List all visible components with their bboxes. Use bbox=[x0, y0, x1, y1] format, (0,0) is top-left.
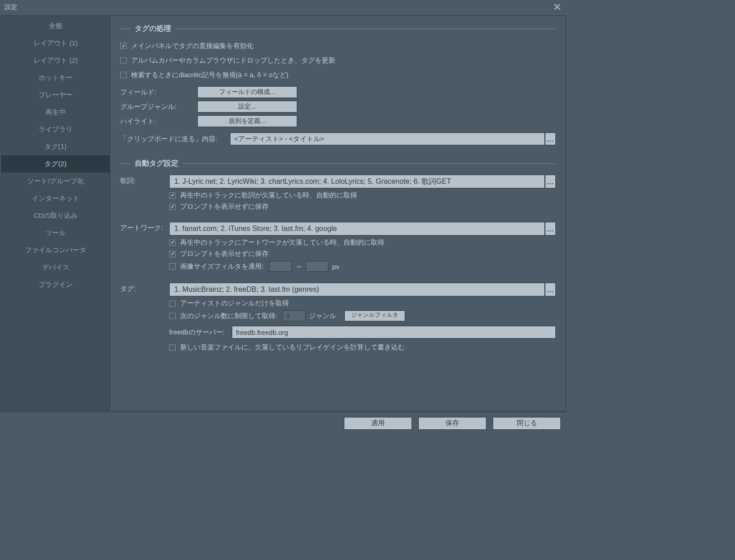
checkbox-limit-genre-count[interactable] bbox=[169, 313, 176, 319]
checkbox-ignore-diacritic[interactable] bbox=[120, 72, 127, 78]
sidebar-item-player[interactable]: プレーヤー bbox=[1, 86, 110, 103]
sidebar-item-tag-1[interactable]: タグ(1) bbox=[1, 138, 110, 155]
label-tag: タグ: bbox=[120, 283, 169, 352]
label-update-on-drop: アルバムカバーやカラムブラウザにドロップしたとき、タグを更新 bbox=[131, 56, 335, 65]
sidebar-item-device[interactable]: デバイス bbox=[1, 259, 110, 276]
tag-more-button[interactable]: ... bbox=[545, 283, 556, 296]
group-genre-button[interactable]: 設定... bbox=[197, 101, 297, 113]
label-artwork-auto: 再生中のトラックにアートワークが欠落している時、自動的に取得 bbox=[180, 238, 384, 247]
field-config-button[interactable]: フィールドの構成... bbox=[197, 86, 297, 98]
label-ignore-diacritic: 検索するときにdiacritic記号を無視(à = a, ô = oなど) bbox=[131, 71, 289, 79]
label-highlight: ハイライト: bbox=[120, 117, 197, 126]
label-field: フィールド: bbox=[120, 88, 197, 97]
label-lyrics-auto: 再生中のトラックに歌詞が欠落している時、自動的に取得 bbox=[180, 191, 357, 200]
sidebar-item-sort-group[interactable]: ソート/グループ化 bbox=[1, 172, 110, 190]
save-button[interactable]: 保存 bbox=[418, 417, 486, 430]
sidebar-item-plugin[interactable]: プラグイン bbox=[1, 276, 110, 293]
sidebar-item-general[interactable]: 全般 bbox=[1, 17, 110, 34]
label-clipboard: 「クリップボードに送る」内容: bbox=[120, 135, 230, 143]
titlebar: 設定 ✕ bbox=[0, 0, 567, 15]
sidebar-item-nowplaying[interactable]: 再生中 bbox=[1, 103, 110, 121]
checkbox-enable-direct-edit[interactable] bbox=[120, 43, 127, 49]
sidebar: 全般 レイアウト (1) レイアウト (2) ホットキー プレーヤー 再生中 ラ… bbox=[1, 16, 110, 411]
label-replaygain: 新しい音楽ファイルに、欠落しているリプレイゲインを計算して書き込む bbox=[180, 343, 405, 352]
sidebar-item-cd-rip[interactable]: CDの取り込み bbox=[1, 207, 110, 224]
label-lyrics-save-noprompt: プロンプトを表示せずに保存 bbox=[180, 202, 269, 211]
checkbox-lyrics-auto[interactable] bbox=[169, 192, 176, 199]
sidebar-item-tools[interactable]: ツール bbox=[1, 224, 110, 241]
section-tag-handling: タグの処理 bbox=[120, 24, 556, 34]
checkbox-artwork-auto[interactable] bbox=[169, 240, 176, 246]
sidebar-item-layout-2[interactable]: レイアウト (2) bbox=[1, 52, 110, 69]
genre-limit-input[interactable] bbox=[283, 310, 305, 321]
lyrics-providers-input[interactable] bbox=[169, 175, 545, 188]
sidebar-item-library[interactable]: ライブラリ bbox=[1, 121, 110, 138]
label-artwork-save-noprompt: プロンプトを表示せずに保存 bbox=[180, 250, 269, 258]
image-size-min-input[interactable] bbox=[269, 261, 292, 272]
sidebar-item-internet[interactable]: インターネット bbox=[1, 190, 110, 207]
artwork-more-button[interactable]: ... bbox=[545, 222, 556, 236]
clipboard-input[interactable] bbox=[230, 133, 545, 145]
window-title: 設定 bbox=[5, 3, 17, 11]
sidebar-item-hotkey[interactable]: ホットキー bbox=[1, 69, 110, 86]
label-px: px bbox=[332, 263, 339, 270]
lyrics-more-button[interactable]: ... bbox=[545, 175, 556, 188]
checkbox-lyrics-save-noprompt[interactable] bbox=[169, 204, 176, 210]
checkbox-update-on-drop[interactable] bbox=[120, 57, 127, 64]
label-group-genre: グループジャンル: bbox=[120, 103, 197, 111]
clipboard-more-button[interactable]: ... bbox=[545, 133, 556, 145]
close-button[interactable]: 閉じる bbox=[493, 417, 561, 430]
section-auto-tag: 自動タグ設定 bbox=[120, 159, 556, 168]
sidebar-item-layout-1[interactable]: レイアウト (1) bbox=[1, 34, 110, 52]
image-size-max-input[interactable] bbox=[306, 261, 328, 272]
apply-button[interactable]: 適用 bbox=[344, 417, 412, 430]
label-tilde: ～ bbox=[295, 262, 302, 271]
checkbox-artwork-save-noprompt[interactable] bbox=[169, 251, 176, 257]
tag-providers-input[interactable] bbox=[169, 283, 545, 296]
checkbox-replaygain[interactable] bbox=[169, 344, 176, 351]
label-artist-genre-only: アーティストのジャンルだけを取得 bbox=[180, 299, 289, 308]
label-lyrics: 歌詞: bbox=[120, 175, 169, 211]
label-image-size-filter: 画像サイズフィルタを適用: bbox=[180, 262, 264, 271]
label-enable-direct-edit: メインパネルでタグの直接編集を有効化 bbox=[131, 42, 254, 50]
label-artwork: アートワーク: bbox=[120, 222, 169, 272]
footer: 適用 保存 閉じる bbox=[0, 412, 567, 434]
sidebar-item-file-converter[interactable]: ファイルコンバータ bbox=[1, 241, 110, 259]
freedb-server-input[interactable] bbox=[232, 326, 556, 339]
close-icon[interactable]: ✕ bbox=[552, 2, 563, 13]
genre-filter-button[interactable]: ジャンルフィルタ bbox=[344, 310, 405, 321]
label-limit-genre-count: 次のジャンル数に制限して取得: bbox=[180, 312, 277, 320]
sidebar-item-tag-2[interactable]: タグ(2) bbox=[1, 155, 110, 172]
checkbox-artist-genre-only[interactable] bbox=[169, 300, 176, 307]
label-freedb: freedbのサーバー: bbox=[169, 328, 232, 337]
highlight-button[interactable]: 規則を定義... bbox=[197, 115, 297, 127]
label-genre-unit: ジャンル bbox=[309, 312, 336, 320]
content-panel: タグの処理 メインパネルでタグの直接編集を有効化 アルバムカバーやカラムブラウザ… bbox=[110, 16, 566, 411]
artwork-providers-input[interactable] bbox=[169, 222, 545, 236]
checkbox-image-size-filter[interactable] bbox=[169, 263, 176, 270]
